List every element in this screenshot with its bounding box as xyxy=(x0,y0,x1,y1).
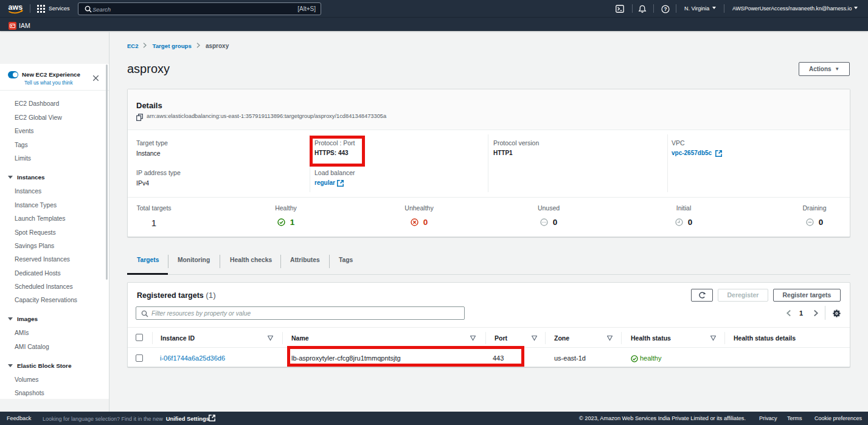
svg-text:aws: aws xyxy=(9,3,23,12)
svg-text:?: ? xyxy=(664,6,667,12)
